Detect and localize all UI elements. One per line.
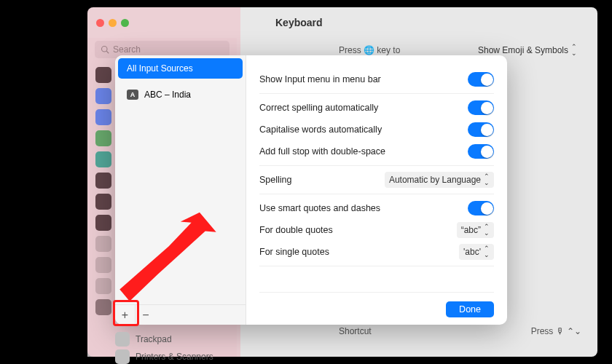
- dictation-shortcut-row: Shortcut Press 🎙 ⌃⌄: [339, 326, 581, 336]
- sidebar-icon-column: [95, 67, 113, 315]
- svg-line-1: [106, 51, 109, 53]
- source-add-remove-bar: + −: [115, 304, 246, 325]
- dictation-shortcut-select[interactable]: Press 🎙 ⌃⌄: [531, 326, 581, 336]
- spelling-select[interactable]: Automatic by Language ⌃⌄: [385, 172, 494, 188]
- smart-quotes-toggle[interactable]: [468, 201, 494, 215]
- remove-source-button[interactable]: −: [136, 305, 156, 325]
- printer-icon: [115, 349, 130, 364]
- sidebar-item-printers[interactable]: Printers & Scanners: [115, 349, 213, 364]
- sidebar-item-trackpad[interactable]: Trackpad: [115, 332, 172, 347]
- sidebar-icon[interactable]: [95, 130, 111, 146]
- input-source-item[interactable]: A ABC – India: [118, 84, 243, 105]
- single-quotes-select[interactable]: 'abc' ⌃⌄: [459, 244, 494, 260]
- done-button[interactable]: Done: [446, 301, 494, 317]
- show-input-menu-toggle[interactable]: [468, 72, 494, 87]
- all-input-sources-item[interactable]: All Input Sources: [118, 58, 243, 79]
- chevron-updown-icon: ⌃⌄: [484, 173, 490, 186]
- double-quotes-select[interactable]: “abc” ⌃⌄: [457, 222, 494, 238]
- input-source-label: ABC – India: [144, 90, 191, 100]
- sidebar-icon[interactable]: [95, 194, 111, 210]
- sidebar-icon[interactable]: [95, 88, 111, 104]
- input-sources-list: All Input Sources A ABC – India + −: [115, 55, 246, 325]
- sidebar-icon[interactable]: [95, 215, 111, 231]
- trackpad-icon: [115, 332, 130, 347]
- sidebar-icon[interactable]: [95, 109, 111, 125]
- sidebar-icon[interactable]: [95, 151, 111, 167]
- capitalise-toggle[interactable]: [468, 122, 494, 137]
- full-stop-toggle[interactable]: [468, 144, 494, 159]
- input-sources-sheet: All Input Sources A ABC – India + − Show…: [115, 55, 507, 325]
- svg-point-0: [102, 47, 108, 52]
- full-stop-row: Add full stop with double-space: [259, 141, 494, 162]
- sidebar-icon[interactable]: [95, 236, 111, 252]
- smart-quotes-row: Use smart quotes and dashes: [259, 197, 494, 219]
- add-source-button[interactable]: +: [115, 305, 136, 325]
- double-quotes-row: For double quotes “abc” ⌃⌄: [259, 219, 494, 241]
- spelling-row: Spelling Automatic by Language ⌃⌄: [259, 169, 494, 191]
- search-icon: [101, 45, 109, 54]
- sidebar-icon[interactable]: [95, 278, 111, 294]
- window-toolbar: Keyboard: [87, 7, 597, 38]
- single-quotes-row: For single quotes 'abc' ⌃⌄: [259, 241, 494, 263]
- sidebar-icon[interactable]: [95, 173, 111, 189]
- sidebar-icon[interactable]: [95, 67, 111, 83]
- chevron-updown-icon: ⌃⌄: [484, 245, 490, 258]
- minimize-window-button[interactable]: [109, 19, 117, 27]
- input-source-options: Show Input menu in menu bar Correct spel…: [246, 55, 507, 325]
- show-input-menu-row: Show Input menu in menu bar: [259, 68, 494, 90]
- search-placeholder: Search: [113, 44, 141, 55]
- fullscreen-window-button[interactable]: [121, 19, 129, 27]
- capitalise-row: Capitalise words automatically: [259, 119, 494, 141]
- keyboard-layout-icon: A: [127, 90, 138, 100]
- close-window-button[interactable]: [96, 19, 104, 27]
- sidebar-icon[interactable]: [95, 257, 111, 273]
- page-title: Keyboard: [275, 17, 323, 28]
- correct-spelling-row: Correct spelling automatically: [259, 97, 494, 119]
- sidebar-icon[interactable]: [95, 299, 111, 315]
- chevron-updown-icon: ⌃⌄: [484, 223, 490, 237]
- correct-spelling-toggle[interactable]: [468, 100, 494, 115]
